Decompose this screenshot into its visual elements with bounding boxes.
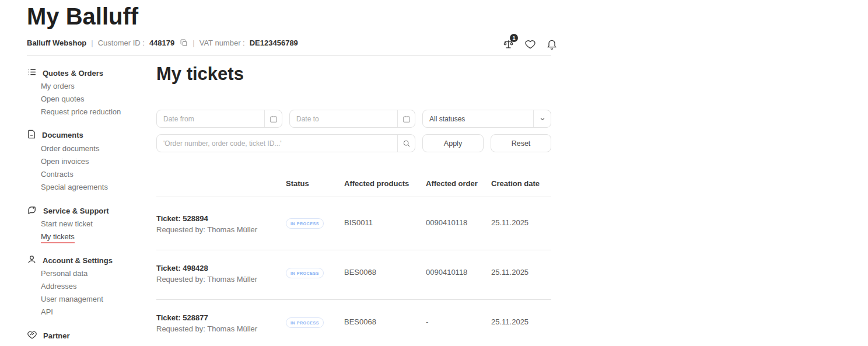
customer-id-label: Customer ID : xyxy=(98,39,145,47)
sidebar-item-personal-data[interactable]: Personal data xyxy=(41,269,88,278)
affected-order-cell: 0090410118 xyxy=(426,214,491,234)
ticket-id[interactable]: Ticket: 498428 xyxy=(156,263,286,273)
ticket-requester: Requested by: Thomas Müller xyxy=(156,324,286,333)
status-cell: IN PROCESS xyxy=(286,263,344,284)
col-header-affected-order: Affected order xyxy=(426,179,491,188)
affected-products-cell: BES0068 xyxy=(344,313,426,333)
copy-icon[interactable] xyxy=(180,39,188,47)
table-divider xyxy=(156,197,551,197)
sidebar-item-addresses[interactable]: Addresses xyxy=(41,282,76,291)
vat-label: VAT number : xyxy=(200,39,245,47)
sidebar-item-open-quotes[interactable]: Open quotes xyxy=(41,95,84,103)
search-icon[interactable] xyxy=(397,135,415,152)
sidebar-item-my-tickets[interactable]: My tickets xyxy=(41,232,75,243)
sidebar-item-order-documents[interactable]: Order documents xyxy=(41,144,99,153)
affected-products-cell: BIS0011 xyxy=(344,214,426,234)
sidebar-section-label: Service & Support xyxy=(43,207,109,215)
customer-id-value: 448179 xyxy=(149,39,174,47)
ticket-id[interactable]: Ticket: 528894 xyxy=(156,214,286,223)
main-content: My tickets All statuses xyxy=(156,61,551,346)
page-title: My Balluff xyxy=(27,4,138,30)
col-header-creation-date: Creation date xyxy=(491,179,551,188)
partner-heart-icon xyxy=(27,330,37,342)
sidebar-item-start-new-ticket[interactable]: Start new ticket xyxy=(41,219,93,228)
status-badge: IN PROCESS xyxy=(286,317,324,328)
table-row[interactable]: Ticket: 528877 Requested by: Thomas Müll… xyxy=(156,313,551,333)
sidebar-item-request-price-reduction[interactable]: Request price reduction xyxy=(41,107,121,116)
header-action-icons: 1 xyxy=(503,39,558,50)
vat-value: DE123456789 xyxy=(250,39,298,47)
reset-button[interactable]: Reset xyxy=(491,134,551,152)
table-row[interactable]: Ticket: 498428 Requested by: Thomas Müll… xyxy=(156,263,551,284)
status-filter-select[interactable]: All statuses xyxy=(422,110,551,128)
sidebar-item-my-orders[interactable]: My orders xyxy=(41,82,75,90)
status-badge: IN PROCESS xyxy=(286,268,324,278)
person-icon xyxy=(27,254,37,266)
table-row[interactable]: Ticket: 528894 Requested by: Thomas Müll… xyxy=(156,214,551,234)
creation-date-cell: 25.11.2025 xyxy=(491,214,551,234)
affected-products-cell: BES0068 xyxy=(344,263,426,284)
sidebar-section-label: Documents xyxy=(42,131,83,139)
status-cell: IN PROCESS xyxy=(286,214,344,234)
date-to-input[interactable] xyxy=(290,110,397,127)
affected-order-cell: - xyxy=(426,313,491,333)
col-header-status: Status xyxy=(286,179,344,188)
account-meta-bar: Balluff Webshop | Customer ID : 448179 |… xyxy=(27,39,298,47)
sidebar-nav: Quotes & Orders My orders Open quotes Re… xyxy=(27,64,152,344)
row-divider xyxy=(156,250,551,250)
sidebar-section-label: Quotes & Orders xyxy=(43,69,103,78)
chevron-down-icon xyxy=(533,110,551,127)
sidebar-section-label: Account & Settings xyxy=(43,256,113,265)
ticket-requester: Requested by: Thomas Müller xyxy=(156,225,286,234)
sidebar-section-partner[interactable]: Partner xyxy=(27,330,70,342)
service-hand-icon xyxy=(27,205,37,217)
sidebar-item-api[interactable]: API xyxy=(41,307,53,316)
table-header-spacer xyxy=(156,179,286,188)
date-from-input[interactable] xyxy=(157,110,264,127)
separator: | xyxy=(192,39,194,47)
affected-order-cell: 0090410118 xyxy=(426,263,491,284)
ticket-cell: Ticket: 528877 Requested by: Thomas Müll… xyxy=(156,313,286,333)
header-divider xyxy=(27,55,551,56)
sidebar-section-label: Partner xyxy=(43,331,70,340)
status-filter-value: All statuses xyxy=(423,110,533,127)
sidebar-section-documents[interactable]: Documents xyxy=(27,130,83,141)
row-divider xyxy=(156,299,551,300)
notifications-bell-icon[interactable] xyxy=(546,39,558,50)
ticket-id[interactable]: Ticket: 528877 xyxy=(156,313,286,323)
sidebar-item-special-agreements[interactable]: Special agreements xyxy=(41,183,108,191)
sidebar-item-user-management[interactable]: User management xyxy=(41,295,103,303)
wishlist-heart-icon[interactable] xyxy=(524,39,536,50)
apply-button[interactable]: Apply xyxy=(422,134,484,152)
compare-badge: 1 xyxy=(510,34,518,42)
col-header-affected-products: Affected products xyxy=(344,179,426,188)
sidebar-item-contracts[interactable]: Contracts xyxy=(41,170,74,179)
date-to-field xyxy=(289,110,415,128)
status-cell: IN PROCESS xyxy=(286,313,344,333)
ticket-cell: Ticket: 528894 Requested by: Thomas Müll… xyxy=(156,214,286,234)
search-input[interactable] xyxy=(157,135,397,152)
status-badge: IN PROCESS xyxy=(286,218,324,229)
sidebar-section-quotes-orders[interactable]: Quotes & Orders xyxy=(27,67,103,79)
main-title: My tickets xyxy=(156,64,244,85)
sidebar-section-account-settings[interactable]: Account & Settings xyxy=(27,254,113,266)
separator: | xyxy=(91,39,93,47)
calendar-icon[interactable] xyxy=(397,110,415,127)
calendar-icon[interactable] xyxy=(264,110,282,127)
shop-name: Balluff Webshop xyxy=(27,39,86,47)
ticket-requester: Requested by: Thomas Müller xyxy=(156,275,286,284)
document-icon xyxy=(27,130,36,141)
ticket-cell: Ticket: 498428 Requested by: Thomas Müll… xyxy=(156,263,286,284)
compare-scale-icon[interactable]: 1 xyxy=(503,39,514,50)
search-field xyxy=(156,134,415,152)
table-header-row: Status Affected products Affected order … xyxy=(156,179,551,188)
sidebar-section-service-support[interactable]: Service & Support xyxy=(27,205,109,217)
creation-date-cell: 25.11.2025 xyxy=(491,263,551,284)
list-icon xyxy=(27,67,37,79)
date-from-field xyxy=(156,110,282,128)
creation-date-cell: 25.11.2025 xyxy=(491,313,551,333)
sidebar-item-open-invoices[interactable]: Open invoices xyxy=(41,157,89,166)
my-balluff-page: My Balluff Balluff Webshop | Customer ID… xyxy=(0,0,868,346)
